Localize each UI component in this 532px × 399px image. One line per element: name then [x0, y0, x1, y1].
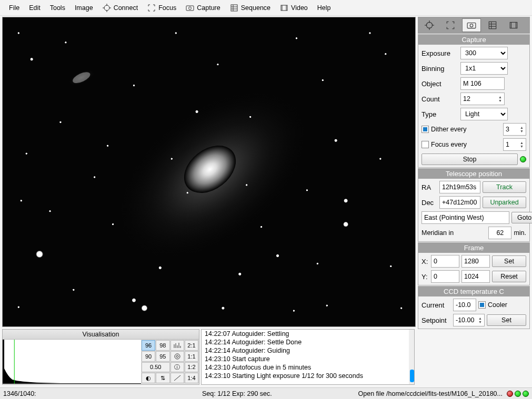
- exposure-select[interactable]: 300: [460, 47, 508, 59]
- histogram-icon[interactable]: [170, 340, 184, 351]
- focus-checkbox[interactable]: [421, 141, 429, 148]
- telescope-title: Telescope position: [418, 169, 529, 179]
- goto-button[interactable]: Goto: [511, 212, 532, 223]
- svg-point-65: [176, 355, 178, 357]
- track-button[interactable]: Track: [483, 181, 526, 193]
- ra-input[interactable]: [439, 181, 480, 193]
- visualisation-title: Visualisation: [3, 330, 199, 340]
- svg-point-6: [189, 7, 192, 9]
- menu-connect[interactable]: Connect: [98, 2, 143, 14]
- svg-point-51: [175, 32, 177, 34]
- cooler-label: Cooler: [488, 301, 507, 309]
- current-input: [453, 299, 476, 311]
- svg-point-60: [186, 192, 188, 194]
- svg-point-46: [73, 289, 75, 291]
- menu-video[interactable]: Video: [275, 2, 313, 14]
- image-display[interactable]: [2, 17, 416, 327]
- btn-2-1[interactable]: 2:1: [185, 340, 198, 351]
- cooler-checkbox[interactable]: [478, 301, 486, 309]
- frame-set-button[interactable]: Set: [492, 255, 526, 267]
- type-select[interactable]: Light: [460, 108, 508, 120]
- binning-select[interactable]: 1x1: [460, 62, 508, 75]
- pier-input[interactable]: [421, 211, 509, 224]
- list-icon: [230, 4, 238, 12]
- tab-sequence[interactable]: [483, 18, 502, 32]
- w-input[interactable]: [461, 255, 490, 268]
- slope-icon[interactable]: [170, 373, 184, 383]
- visualisation-panel: Visualisation 96 98 2:1 90 95 1:1 0.50 ⓘ…: [2, 329, 199, 385]
- status-indicators: [507, 391, 529, 397]
- x-input[interactable]: [431, 255, 459, 268]
- svg-point-43: [217, 64, 219, 66]
- svg-point-33: [195, 110, 198, 113]
- svg-point-42: [334, 139, 337, 142]
- svg-point-29: [385, 53, 387, 55]
- dither-label: Dither every: [431, 126, 501, 133]
- meridian-input[interactable]: [488, 227, 511, 239]
- h-input[interactable]: [461, 270, 490, 283]
- histogram-display[interactable]: [3, 340, 141, 384]
- log-line: 14:22:07 Autoguider: Settling: [202, 330, 414, 338]
- stop-button[interactable]: Stop: [421, 154, 518, 165]
- svg-point-61: [170, 158, 173, 160]
- dither-checkbox[interactable]: [421, 126, 429, 133]
- btn-1-4[interactable]: 1:4: [185, 373, 198, 383]
- target-icon: [103, 4, 111, 12]
- btn-96[interactable]: 96: [142, 340, 155, 351]
- object-input[interactable]: [460, 77, 505, 90]
- menu-help[interactable]: Help: [313, 2, 336, 14]
- setpoint-set-button[interactable]: Set: [487, 314, 526, 326]
- invert-icon[interactable]: ◐: [142, 373, 155, 383]
- btn-1-1[interactable]: 1:1: [185, 351, 198, 362]
- log-scrollbar[interactable]: [409, 330, 414, 384]
- gamma-value[interactable]: 0.50: [142, 362, 170, 373]
- dec-input[interactable]: [439, 196, 480, 209]
- flip-icon[interactable]: ⇅: [156, 373, 169, 383]
- frame-reset-button[interactable]: Reset: [492, 271, 526, 282]
- tab-focus[interactable]: [441, 18, 460, 32]
- svg-point-39: [276, 254, 279, 257]
- menu-file[interactable]: File: [4, 2, 24, 14]
- svg-point-41: [306, 189, 308, 191]
- capture-status-icon: [520, 156, 526, 162]
- count-label: Count: [421, 95, 458, 103]
- status-coords: 1346/1040:: [3, 390, 198, 397]
- svg-point-50: [222, 306, 225, 310]
- svg-rect-5: [186, 6, 194, 11]
- svg-point-26: [344, 199, 348, 203]
- menu-edit[interactable]: Edit: [24, 2, 45, 14]
- menu-sequence[interactable]: Sequence: [225, 2, 275, 14]
- log-panel[interactable]: 14:22:07 Autoguider: Settling 14:22:14 A…: [201, 329, 415, 385]
- btn-1-2[interactable]: 1:2: [185, 362, 198, 373]
- info-icon[interactable]: ⓘ: [170, 362, 184, 373]
- btn-95[interactable]: 95: [156, 351, 169, 362]
- meridian-label: Meridian in: [421, 229, 486, 237]
- menu-capture[interactable]: Capture: [181, 2, 225, 14]
- y-input[interactable]: [431, 270, 459, 283]
- status-dot-green-2: [523, 391, 529, 397]
- capture-title: Capture: [418, 35, 529, 45]
- x-label: X:: [421, 258, 429, 265]
- svg-point-54: [293, 310, 295, 312]
- btn-90[interactable]: 90: [142, 351, 155, 362]
- svg-point-32: [249, 116, 252, 118]
- svg-rect-71: [467, 23, 476, 28]
- ra-label: RA: [421, 183, 437, 191]
- tab-connect[interactable]: [420, 18, 439, 32]
- svg-rect-62: [3, 340, 141, 384]
- btn-98[interactable]: 98: [156, 340, 169, 351]
- unparked-button[interactable]: Unparked: [483, 197, 526, 208]
- menu-tools[interactable]: Tools: [45, 2, 70, 14]
- menu-image[interactable]: Image: [70, 2, 98, 14]
- menu-focus[interactable]: Focus: [143, 2, 181, 14]
- log-line: 14:22:14 Autoguider: Guiding: [202, 346, 414, 355]
- svg-point-59: [246, 184, 248, 186]
- tab-capture[interactable]: [462, 18, 481, 32]
- binning-label: Binning: [421, 65, 458, 73]
- svg-point-49: [369, 32, 371, 34]
- svg-point-27: [343, 222, 348, 227]
- bullseye-icon[interactable]: [170, 351, 184, 362]
- svg-point-22: [36, 250, 43, 258]
- svg-point-56: [316, 262, 318, 264]
- tab-video[interactable]: [504, 18, 523, 32]
